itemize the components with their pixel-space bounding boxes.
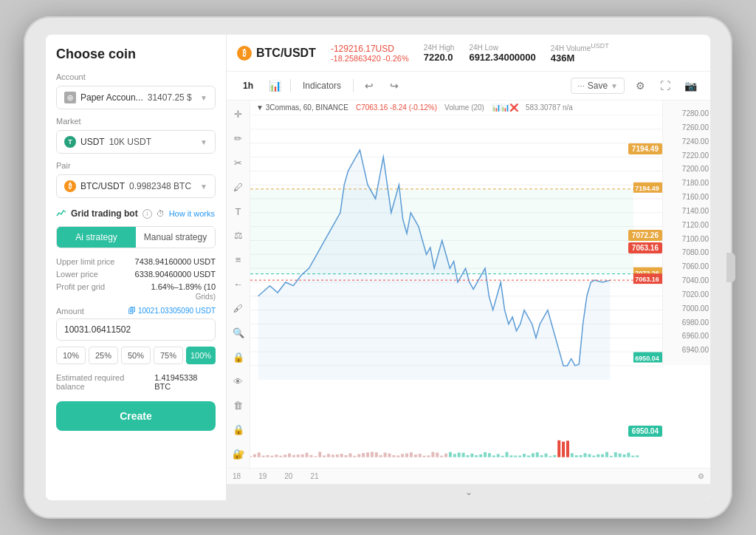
lower-price-value: 6338.90460000 USDT: [135, 270, 216, 279]
chart-left-tools: ✛ ✏ ✂ 🖊 T ⚖ ≡ ← 🖋 🔍 🔒 👁 🗑 🔒 🔐: [227, 100, 250, 468]
scissors-tool[interactable]: ✂: [230, 155, 247, 171]
right-panel: ₿ BTC/USDT -129216.17USD -18.25863420 -0…: [227, 35, 710, 500]
eye-tool[interactable]: 👁: [230, 374, 247, 389]
crosshair-tool[interactable]: ✛: [230, 106, 247, 122]
y-axis-label: 7280.00: [682, 109, 709, 117]
indicators-btn[interactable]: Indicators: [297, 78, 347, 93]
x-label-20: 20: [284, 472, 292, 480]
bot-header: Grid trading bot i ⏱ How it works: [56, 208, 216, 219]
chart-info-bar: ▼ 3Commas, 60, BINANCE C7063.16 -8.24 (-…: [250, 100, 662, 115]
btc-icon: ₿: [64, 180, 76, 192]
chart-header: ₿ BTC/USDT -129216.17USD -18.25863420 -0…: [227, 35, 710, 72]
save-label: Save: [588, 81, 608, 91]
account-name: Paper Accoun...: [80, 92, 143, 103]
trash-tool[interactable]: 🗑: [230, 398, 247, 413]
zoom-tool[interactable]: 🔍: [230, 325, 247, 341]
save-chevron-icon: ▼: [611, 82, 618, 90]
magnet-tool[interactable]: 🔒: [230, 350, 247, 365]
pair-select[interactable]: ₿ BTC/USDT 0.9982348 BTC ▼: [56, 174, 216, 198]
pct-50-btn[interactable]: 50%: [121, 347, 151, 364]
lock-tool[interactable]: 🔒: [230, 422, 247, 437]
pair-chevron-icon: ▼: [200, 183, 207, 191]
profit-label: Profit per grid: [56, 282, 105, 291]
market-name: USDT: [80, 137, 105, 147]
redo-icon[interactable]: ↪: [385, 76, 404, 95]
24h-low-group: 24H Low 6912.34000000: [469, 44, 535, 63]
balance-row: Estimated required balance 1.41945338 BT…: [56, 373, 216, 391]
chart-area: ✛ ✏ ✂ 🖊 T ⚖ ≡ ← 🖋 🔍 🔒 👁 🗑 🔒 🔐: [227, 100, 710, 468]
pct-buttons: 10% 25% 50% 75% 100%: [56, 347, 216, 364]
sell-price-label-2: 7072.26: [628, 230, 662, 241]
amount-copy-icon[interactable]: 🗐 10021.03305090 USDT: [128, 307, 216, 316]
interval-1h-btn[interactable]: 1h: [237, 78, 259, 93]
24h-high-value: 7220.0: [424, 52, 455, 63]
strategy-tabs: Ai strategy Manual strategy: [56, 226, 216, 248]
camera-icon[interactable]: 📷: [681, 76, 700, 95]
ruler-tool[interactable]: ⚖: [230, 228, 247, 244]
amount-link-value: 10021.03305090 USDT: [138, 307, 216, 315]
save-button[interactable]: ⋯ Save ▼: [571, 78, 625, 94]
y-axis-label: 7260.00: [682, 123, 709, 132]
manual-strategy-tab[interactable]: Manual strategy: [136, 227, 215, 248]
chart-canvas-wrap: 7194.49 7072.26 7063.16 6950.04: [250, 115, 662, 468]
lower-price-label: Lower price: [56, 270, 98, 279]
ticker-row: ₿ BTC/USDT -129216.17USD -18.25863420 -0…: [237, 42, 700, 64]
24h-low-value: 6912.34000000: [469, 52, 535, 63]
chart-source: ▼ 3Commas, 60, BINANCE: [256, 103, 348, 112]
y-axis-label: 7100.00: [682, 235, 709, 243]
account-select[interactable]: ◎ Paper Accoun... 31407.25 $ ▼: [56, 86, 216, 109]
create-button[interactable]: Create: [56, 401, 216, 431]
bot-info-icon[interactable]: i: [142, 209, 152, 219]
24h-high-group: 24H High 7220.0: [424, 44, 455, 63]
24h-low-label: 24H Low: [469, 44, 535, 52]
y-axis-label: 7180.00: [682, 179, 709, 187]
x-label-19: 19: [258, 472, 267, 480]
pct-25-btn[interactable]: 25%: [89, 347, 118, 364]
chart-bottom-bar: 18 19 20 21 ⚙: [227, 468, 710, 484]
x-label-18: 18: [233, 472, 241, 480]
tablet-frame: Choose coin Account ◎ Paper Accoun... 31…: [24, 16, 732, 519]
y-axis-label: 6940.00: [682, 346, 709, 354]
screen: Choose coin Account ◎ Paper Accoun... 31…: [46, 35, 710, 500]
amount-input[interactable]: [56, 318, 216, 341]
gear-bottom-icon[interactable]: ⚙: [698, 472, 704, 480]
market-select[interactable]: T USDT 10K USDT ▼: [56, 130, 216, 154]
amount-label: Amount: [56, 307, 84, 316]
fullscreen-icon[interactable]: ⛶: [656, 76, 675, 95]
market-chevron-icon: ▼: [200, 138, 207, 146]
undo-icon[interactable]: ↩: [360, 76, 379, 95]
brush-tool[interactable]: 🖊: [230, 180, 247, 195]
pct-75-btn[interactable]: 75%: [154, 347, 183, 364]
profit-row: Profit per grid 1.64%–1.89% (10: [56, 282, 216, 291]
ai-strategy-tab[interactable]: Ai strategy: [57, 227, 136, 248]
how-it-works-link[interactable]: How it works: [169, 209, 215, 218]
bot-title: Grid trading bot: [71, 208, 138, 219]
save-dots-icon: ⋯: [577, 82, 585, 90]
volume-icons: 📊📊❌: [492, 103, 518, 112]
pct-10-btn[interactable]: 10%: [56, 347, 86, 364]
y-axis-label: 7220.00: [682, 151, 709, 160]
left-panel: Choose coin Account ◎ Paper Accoun... 31…: [46, 35, 227, 500]
pair-value: 0.9982348 BTC: [129, 181, 191, 191]
pen-tool[interactable]: 🖋: [230, 301, 247, 316]
settings-tool[interactable]: ≡: [230, 252, 247, 268]
x-label-21: 21: [310, 472, 318, 480]
shield-tool[interactable]: 🔐: [230, 446, 247, 462]
toolbar-separator-2: [353, 79, 354, 92]
arrow-tool[interactable]: ←: [230, 276, 247, 292]
y-axis-label: 6960.00: [682, 332, 709, 340]
y-axis-label: 7040.00: [682, 276, 709, 284]
pencil-tool[interactable]: ✏: [230, 131, 247, 146]
chart-collapse-btn[interactable]: ⌄: [227, 484, 710, 500]
y-axis-label: 7140.00: [682, 207, 709, 215]
pct-100-btn[interactable]: 100%: [186, 347, 216, 364]
text-tool[interactable]: T: [230, 204, 247, 219]
chart-type-icon[interactable]: 📊: [265, 76, 284, 95]
y-axis-label: 6980.00: [682, 318, 709, 327]
volume-label: Volume (20): [444, 103, 484, 112]
settings-gear-icon[interactable]: ⚙: [630, 76, 650, 95]
chart-pair: BTC/USDT: [256, 47, 316, 60]
amount-label-row: Amount 🗐 10021.03305090 USDT: [56, 307, 216, 316]
chart-toolbar: 1h 📊 Indicators ↩ ↪ ⋯ Save ▼ ⚙ ⛶ 📷: [227, 72, 710, 100]
y-axis-label: 7000.00: [682, 304, 709, 313]
